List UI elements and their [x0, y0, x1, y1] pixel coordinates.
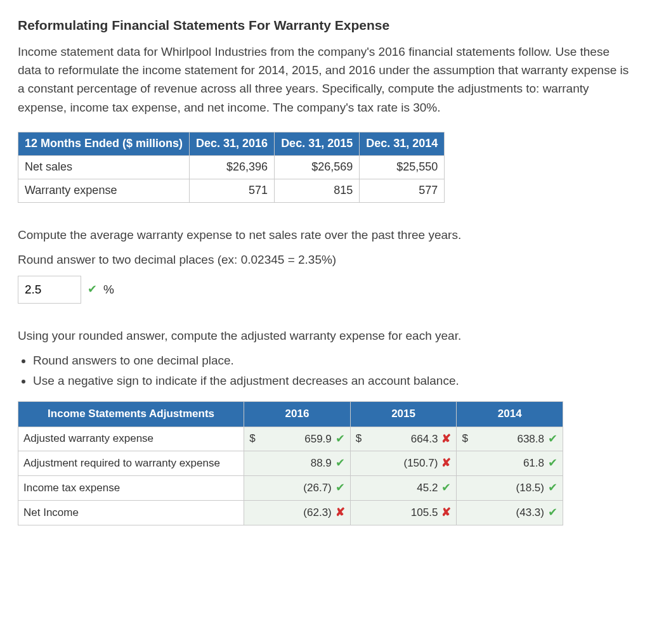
- value-cell[interactable]: (150.7)✘: [350, 451, 457, 476]
- table-row: Adjustment required to warranty expense8…: [18, 451, 563, 476]
- table-header-row: 12 Months Ended ($ millions) Dec. 31, 20…: [18, 132, 445, 156]
- col-header-2015: 2015: [350, 402, 457, 427]
- row-label: Income tax expense: [18, 476, 244, 501]
- adjustments-table: Income Statements Adjustments 2016 2015 …: [18, 401, 563, 525]
- check-icon: ✔: [336, 479, 345, 497]
- page-title: Reformulating Financial Statements For W…: [18, 15, 634, 36]
- cross-icon: ✘: [441, 454, 451, 472]
- check-icon: ✔: [548, 504, 557, 522]
- value-cell[interactable]: (26.7)✔: [244, 476, 351, 501]
- cell-value: (62.3): [303, 506, 331, 518]
- table-header-row: Income Statements Adjustments 2016 2015 …: [18, 402, 563, 427]
- col-header-2016: Dec. 31, 2016: [190, 132, 275, 156]
- row-label: Adjusted warranty expense: [18, 427, 244, 451]
- question-1: Compute the average warranty expense to …: [18, 226, 634, 244]
- cell-value: 638.8: [517, 433, 544, 445]
- table-row: Income tax expense(26.7)✔45.2✔(18.5)✔: [18, 476, 563, 501]
- value-cell[interactable]: 61.8✔: [457, 451, 563, 476]
- col-header-2015: Dec. 31, 2015: [275, 132, 360, 156]
- check-icon: ✔: [548, 430, 557, 448]
- value-cell[interactable]: 45.2✔: [350, 476, 457, 501]
- currency-symbol: $: [249, 430, 255, 447]
- cell-value: 88.9: [311, 457, 332, 469]
- value-cell[interactable]: (43.3)✔: [457, 501, 563, 525]
- given-data-table: 12 Months Ended ($ millions) Dec. 31, 20…: [18, 132, 445, 203]
- cell-value: 815: [275, 179, 360, 203]
- table-row: Net sales $26,396 $26,569 $25,550: [18, 156, 445, 179]
- cell-value: (150.7): [404, 457, 438, 469]
- value-cell[interactable]: (62.3)✘: [244, 501, 351, 525]
- value-cell[interactable]: $659.9✔: [244, 427, 351, 451]
- col-header-2016: 2016: [244, 402, 351, 427]
- value-cell[interactable]: (18.5)✔: [457, 476, 563, 501]
- col-header-2014: Dec. 31, 2014: [360, 132, 445, 156]
- currency-symbol: $: [356, 430, 362, 447]
- cell-value: 659.9: [304, 433, 332, 445]
- check-icon: ✔: [548, 454, 557, 472]
- check-icon: ✔: [88, 281, 97, 299]
- check-icon: ✔: [548, 479, 557, 497]
- col-header-label: Income Statements Adjustments: [18, 402, 244, 427]
- cell-value: (43.3): [516, 506, 544, 518]
- check-icon: ✔: [336, 430, 345, 448]
- cell-value: 45.2: [417, 482, 438, 494]
- cell-value: (26.7): [303, 482, 331, 494]
- col-header-2014: 2014: [457, 402, 563, 427]
- cell-value: (18.5): [516, 482, 544, 494]
- table-row: Warranty expense 571 815 577: [18, 179, 445, 203]
- check-icon: ✔: [336, 454, 345, 472]
- check-icon: ✔: [441, 479, 451, 497]
- problem-intro: Income statement data for Whirlpool Indu…: [18, 42, 634, 117]
- row-label: Net Income: [18, 501, 244, 525]
- cell-value: 577: [360, 179, 445, 203]
- question-2: Using your rounded answer, compute the a…: [18, 326, 634, 345]
- percent-label: %: [103, 280, 114, 299]
- row-label: Adjustment required to warranty expense: [18, 451, 244, 476]
- instruction-list: Round answers to one decimal place. Use …: [33, 351, 634, 390]
- table-row: Net Income(62.3)✘105.5✘(43.3)✔: [18, 501, 563, 525]
- value-cell[interactable]: $664.3✘: [350, 427, 457, 451]
- cell-value: $26,569: [275, 156, 360, 179]
- cross-icon: ✘: [441, 430, 451, 448]
- list-item: Use a negative sign to indicate if the a…: [33, 371, 634, 390]
- question-1-hint: Round answer to two decimal places (ex: …: [18, 250, 634, 269]
- col-header-label: 12 Months Ended ($ millions): [18, 132, 190, 156]
- row-label: Warranty expense: [18, 179, 190, 203]
- cell-value: $26,396: [190, 156, 275, 179]
- average-rate-input[interactable]: [18, 276, 81, 304]
- currency-symbol: $: [462, 430, 467, 447]
- row-label: Net sales: [18, 156, 190, 179]
- cell-value: 571: [190, 179, 275, 203]
- cross-icon: ✘: [336, 504, 345, 522]
- value-cell[interactable]: 88.9✔: [244, 451, 351, 476]
- cell-value: $25,550: [360, 156, 445, 179]
- cell-value: 61.8: [523, 457, 544, 469]
- cell-value: 664.3: [411, 433, 438, 445]
- table-row: Adjusted warranty expense$659.9✔$664.3✘$…: [18, 427, 563, 451]
- value-cell[interactable]: $638.8✔: [457, 427, 563, 451]
- cell-value: 105.5: [411, 506, 438, 518]
- value-cell[interactable]: 105.5✘: [350, 501, 457, 525]
- list-item: Round answers to one decimal place.: [33, 351, 634, 370]
- cross-icon: ✘: [441, 504, 451, 522]
